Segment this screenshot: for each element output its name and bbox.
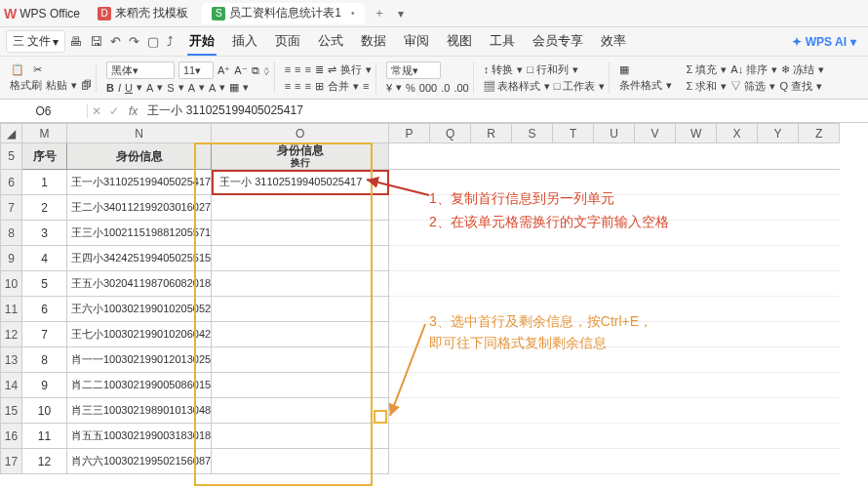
formula-input[interactable]: 王一小 311025199405025417 — [143, 102, 868, 119]
font-color2-button[interactable]: A — [209, 82, 216, 94]
convert-button[interactable]: ↕ 转换 — [484, 62, 514, 77]
shrink-font-button[interactable]: A⁻ — [234, 64, 247, 77]
italic-button[interactable]: I — [118, 82, 121, 94]
cell-info[interactable]: 王三小100211519881205571 — [67, 221, 212, 246]
cell-seq[interactable]: 5 — [22, 271, 67, 297]
header-seq[interactable]: 序号 — [22, 143, 67, 170]
tab-insert[interactable]: 插入 — [230, 28, 259, 56]
indent-button[interactable]: ≣ — [315, 63, 324, 76]
cell-info-wrap[interactable] — [212, 221, 389, 246]
empty-cells[interactable] — [389, 424, 840, 449]
align-left-button[interactable]: ≡ — [285, 80, 291, 92]
cell-seq[interactable]: 6 — [22, 297, 67, 322]
grid[interactable]: ◢ M N O P Q R S T U V W X Y Z 5 序号 身份信息 … — [0, 123, 840, 474]
fx-icon[interactable]: fx — [123, 104, 143, 118]
row-header[interactable]: 14 — [1, 373, 22, 398]
header-info[interactable]: 身份信息 — [67, 143, 212, 170]
cell-info[interactable]: 王六小100302199010205052 — [67, 297, 212, 322]
merge-label[interactable]: 合并 — [328, 79, 349, 94]
cell-info[interactable]: 肖五五100302199003183018 — [67, 424, 212, 449]
clear-fmt-button[interactable]: ⧉ — [252, 64, 259, 77]
col-header[interactable]: V — [635, 124, 676, 143]
cell-seq[interactable]: 1 — [22, 170, 67, 195]
cell-info-wrap[interactable]: 王一小 311025199405025417 — [212, 170, 389, 195]
cell-info[interactable]: 肖二二100302199005086015 — [67, 373, 212, 398]
dec-inc-button[interactable]: .0 — [441, 82, 450, 94]
row-header[interactable]: 7 — [1, 195, 22, 221]
col-header[interactable]: Z — [799, 124, 840, 143]
orient-button[interactable]: ⇌ — [328, 63, 336, 76]
cut-icon[interactable]: ✂ — [29, 63, 45, 76]
col-header[interactable]: U — [594, 124, 635, 143]
cell-info-wrap[interactable] — [212, 322, 389, 347]
row-header[interactable]: 16 — [1, 424, 22, 449]
cell-info[interactable]: 肖六六100302199502156087 — [67, 449, 212, 474]
cell-info-wrap[interactable] — [212, 398, 389, 424]
cancel-icon[interactable]: ✕ — [88, 104, 105, 118]
cell-seq[interactable]: 11 — [22, 424, 67, 449]
share-icon[interactable]: ⤴ — [167, 34, 174, 49]
cell-info[interactable]: 王四小342425199405025515 — [67, 246, 212, 271]
cell-seq[interactable]: 12 — [22, 449, 67, 474]
row-header[interactable]: 12 — [1, 322, 22, 347]
col-header[interactable]: O — [212, 124, 389, 143]
col-header[interactable]: R — [471, 124, 512, 143]
cell-seq[interactable]: 8 — [22, 347, 67, 373]
cell-info[interactable]: 王七小100302199010206042 — [67, 322, 212, 347]
empty-cells[interactable] — [389, 246, 840, 271]
cell-seq[interactable]: 4 — [22, 246, 67, 271]
rowcol-button[interactable]: □ 行和列 — [527, 62, 569, 77]
cond-format-button[interactable]: 条件格式 — [619, 78, 662, 93]
border-button[interactable]: ▦ — [229, 81, 239, 94]
align-mid-button[interactable]: ≡ — [295, 63, 300, 75]
col-header[interactable]: M — [22, 124, 67, 143]
tab-efficiency[interactable]: 效率 — [599, 28, 628, 56]
cell-seq[interactable]: 3 — [22, 221, 67, 246]
confirm-icon[interactable]: ✓ — [105, 104, 123, 118]
col-header[interactable]: X — [717, 124, 758, 143]
paste-button[interactable]: 粘贴 — [46, 78, 67, 93]
empty-cells[interactable] — [389, 398, 840, 424]
align-right-button[interactable]: ≡ — [305, 80, 311, 92]
cell-info-wrap[interactable] — [212, 195, 389, 221]
currency-button[interactable]: ¥ — [386, 82, 392, 94]
row-header[interactable]: 10 — [1, 271, 22, 297]
col-header[interactable]: S — [512, 124, 553, 143]
table-style-button[interactable]: ▦ 表格样式 — [484, 79, 540, 94]
cell-info[interactable]: 肖一一100302199012013025 — [67, 347, 212, 373]
align-top-button[interactable]: ≡ — [285, 63, 291, 75]
tab-tools[interactable]: 工具 — [488, 28, 517, 56]
col-header[interactable]: Y — [758, 124, 799, 143]
grow-font-button[interactable]: A⁺ — [217, 64, 230, 77]
cell-info-wrap[interactable] — [212, 347, 389, 373]
number-format-select[interactable]: 常规 ▾ — [386, 61, 441, 79]
redo-icon[interactable]: ↷ — [129, 34, 139, 49]
row-header[interactable]: 5 — [1, 143, 22, 170]
doc-tab-active[interactable]: S 员工资料信息统计表1 • — [202, 3, 364, 24]
sum-button[interactable]: Σ 求和 — [686, 79, 717, 94]
font-size-select[interactable]: 11 ▾ — [178, 61, 214, 79]
bold-button[interactable]: B — [106, 82, 114, 94]
phonetic-button[interactable]: ⎀ — [263, 64, 270, 76]
cell-info[interactable]: 王二小340112199203016027 — [67, 195, 212, 221]
col-header[interactable]: N — [67, 124, 212, 143]
tab-vip[interactable]: 会员专享 — [531, 28, 585, 56]
row-header[interactable]: 11 — [1, 297, 22, 322]
row-header[interactable]: 8 — [1, 221, 22, 246]
tab-review[interactable]: 审阅 — [402, 28, 431, 56]
row-header[interactable]: 15 — [1, 398, 22, 424]
tab-list-button[interactable]: ▾ — [390, 7, 412, 20]
tab-start[interactable]: 开始 — [187, 28, 217, 56]
fill-color-button[interactable]: A — [188, 82, 195, 94]
align-center-button[interactable]: ≡ — [295, 80, 300, 92]
font-name-select[interactable]: 黑体 ▾ — [106, 61, 175, 79]
filter-button[interactable]: ▽ 筛选 — [730, 79, 766, 94]
empty-cells[interactable] — [389, 143, 840, 170]
justify-button[interactable]: ≡ — [363, 80, 369, 92]
col-header[interactable]: W — [676, 124, 717, 143]
cell-info-wrap[interactable] — [212, 449, 389, 474]
underline-button[interactable]: U — [125, 82, 133, 94]
font-color-button[interactable]: A — [146, 82, 153, 94]
find-button[interactable]: Q 查找 — [779, 79, 812, 94]
strike-button[interactable]: S — [167, 82, 174, 94]
